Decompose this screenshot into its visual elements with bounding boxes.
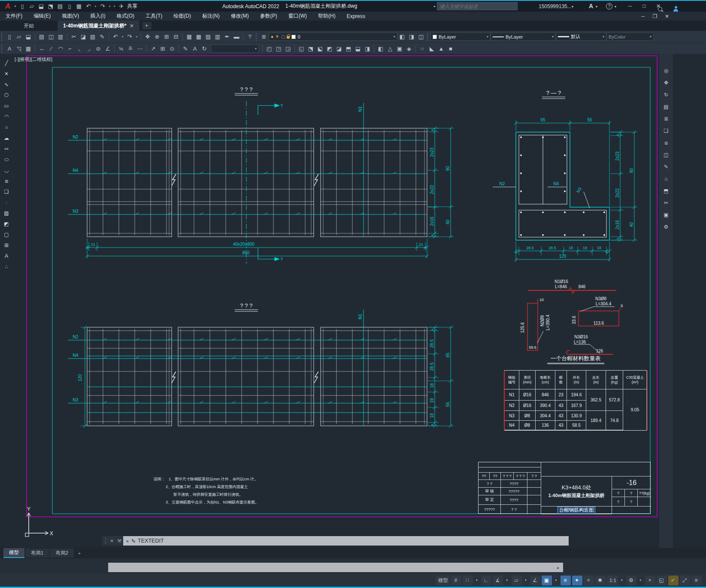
designcenter-icon[interactable]: ▩ xyxy=(194,32,203,41)
jogged-icon[interactable]: ◞ xyxy=(85,44,93,53)
tab-close-icon[interactable]: ✕ xyxy=(130,23,133,29)
separator[interactable] xyxy=(374,45,374,52)
command-line-input[interactable]: ▴ xyxy=(108,563,563,572)
layer-states-icon[interactable]: ◨ xyxy=(407,32,416,41)
rectangle-icon[interactable]: ▭ xyxy=(2,101,11,110)
diameter-icon[interactable]: ⊘ xyxy=(94,44,103,53)
dim-update-icon[interactable]: ↻ xyxy=(200,44,209,53)
ortho-mode-icon[interactable]: ∟ xyxy=(481,576,491,585)
minimize-button[interactable]: ─ xyxy=(624,1,636,11)
workspace-icon[interactable]: ⚙ xyxy=(626,576,636,585)
separator[interactable] xyxy=(182,33,183,41)
isometric-drafting-icon[interactable]: ▱ xyxy=(512,576,522,585)
snap-dropdown[interactable]: ▾ xyxy=(474,576,480,585)
print-icon[interactable]: ▦ xyxy=(75,2,83,11)
menu-item[interactable]: 编辑(E) xyxy=(28,12,56,20)
toolbar-grip[interactable] xyxy=(256,33,258,41)
snap-mode-icon[interactable]: ∷ xyxy=(463,576,473,585)
scale-dropdown[interactable]: ▾ xyxy=(619,576,625,585)
layer-dropdown-arrow[interactable]: ▾ xyxy=(394,35,395,39)
plot-icon[interactable]: ▤ xyxy=(37,32,46,41)
rotate-face-icon[interactable]: ◪ xyxy=(335,44,343,53)
polygon-icon[interactable]: ⬠ xyxy=(2,90,11,100)
color-face-icon[interactable]: ◨ xyxy=(363,44,372,53)
region-icon[interactable]: ▢ xyxy=(2,230,11,239)
model-paper-toggle[interactable]: 模型 xyxy=(436,576,450,585)
layer-walk-icon[interactable]: ≣ xyxy=(662,114,670,123)
app-menu-dropdown[interactable]: ▾ xyxy=(13,2,17,11)
clean-screen-icon[interactable]: ⤢ xyxy=(680,576,690,585)
isometric-dropdown[interactable]: ▾ xyxy=(523,576,529,585)
text-style-icon[interactable]: A xyxy=(5,44,14,53)
menu-item[interactable]: Express xyxy=(341,13,371,19)
open-file-icon[interactable]: ▱ xyxy=(27,2,36,11)
make-block-icon[interactable]: ❏ xyxy=(2,187,11,196)
layer-properties-icon[interactable]: ≣ xyxy=(260,32,268,41)
autodesk-a-icon[interactable]: A xyxy=(589,3,593,9)
linetype-control-dropdown[interactable]: ByLayer ▾ xyxy=(491,33,556,41)
menu-item[interactable]: 参数(P) xyxy=(255,12,283,20)
command-close-icon[interactable]: ✕ xyxy=(110,538,114,544)
new-file-icon[interactable]: ▯ xyxy=(18,2,27,11)
layer-control-dropdown[interactable]: ● ☀ ▢ 0 ▾ xyxy=(269,33,397,41)
doc-restore-button[interactable]: ❐ xyxy=(649,12,661,21)
box-icon[interactable]: ■ xyxy=(446,44,455,53)
save-file-icon[interactable]: ⬓ xyxy=(37,2,45,11)
check-solid-icon[interactable]: ◈ xyxy=(405,44,413,53)
search-input[interactable] xyxy=(437,2,518,10)
tolerance-icon[interactable]: ⊞ xyxy=(158,44,167,53)
separator[interactable] xyxy=(243,33,243,41)
separator[interactable] xyxy=(109,33,109,41)
tab-start[interactable]: 开始 xyxy=(0,21,58,31)
subtract-icon[interactable]: ◳ xyxy=(274,44,283,53)
group-icon[interactable]: ▣ xyxy=(662,210,670,219)
paste-tool-icon[interactable]: ⧈ xyxy=(662,138,670,147)
user-avatar-icon[interactable] xyxy=(673,6,679,12)
menu-item[interactable]: 窗口(W) xyxy=(283,12,312,20)
arc-length-icon[interactable]: ◠ xyxy=(56,44,65,53)
command-grip[interactable] xyxy=(105,538,107,544)
polar-dropdown[interactable]: ▾ xyxy=(504,576,510,585)
menu-item[interactable]: 格式(O) xyxy=(111,12,140,20)
toolbar-grip[interactable] xyxy=(1,45,3,52)
copy-icon[interactable]: ◪ xyxy=(79,32,88,41)
menu-item[interactable]: 绘图(D) xyxy=(168,12,197,20)
doc-minimize-button[interactable]: ─ xyxy=(637,12,649,21)
annotation-scale-icon[interactable]: ✱ xyxy=(595,576,606,585)
zoom-previous-icon[interactable]: ⊟ xyxy=(172,32,180,41)
open-icon[interactable]: ▱ xyxy=(15,32,23,41)
layer-viewport-icon[interactable]: ▢ xyxy=(281,34,285,39)
polyline-icon[interactable]: ∿ xyxy=(2,80,11,89)
dim-text-edit-icon[interactable]: A xyxy=(191,44,199,53)
arc-icon[interactable]: ◠ xyxy=(2,112,11,121)
tab-document[interactable]: 1-40m钢筋混凝土刚架拱桥* ✕ xyxy=(58,21,139,31)
layer-on-icon[interactable]: ● xyxy=(271,34,273,39)
toolbar-grip[interactable] xyxy=(1,33,3,41)
continue-dimension-icon[interactable]: ⋯ xyxy=(136,44,144,53)
plot-file-icon[interactable]: ▤ xyxy=(56,2,64,11)
separator[interactable] xyxy=(35,45,35,52)
autodesk-a-dropdown[interactable]: ▾ xyxy=(596,5,597,9)
point-icon[interactable]: · xyxy=(2,198,11,207)
layer-previous-icon[interactable]: ◧ xyxy=(398,32,406,41)
osnap-dropdown[interactable]: ▾ xyxy=(553,576,559,585)
layout-tab[interactable]: 布局2 xyxy=(50,549,73,558)
wedge-icon[interactable]: ◣ xyxy=(427,44,436,53)
plotstyle-control-dropdown[interactable]: ByColor ▾ xyxy=(606,33,654,41)
separator[interactable] xyxy=(146,45,147,52)
clean-solid-icon[interactable]: △ xyxy=(386,44,394,53)
linear-dimension-icon[interactable]: ↔ xyxy=(37,44,46,53)
point-style-icon[interactable]: ∴ xyxy=(2,262,11,271)
object-snap-icon[interactable]: ▣ xyxy=(542,576,552,585)
zoom-window-icon[interactable]: ⊞ xyxy=(162,32,171,41)
redo-qa-icon[interactable]: ↷ xyxy=(98,2,107,11)
markup-icon[interactable]: ✒ xyxy=(223,32,231,41)
dim-style-combo[interactable]: ▾ xyxy=(211,45,259,53)
ordinate-icon[interactable]: ⌐ xyxy=(66,44,74,53)
match-properties-icon[interactable]: ✎ xyxy=(98,32,106,41)
separator[interactable] xyxy=(114,45,115,52)
add-cleanup-icon[interactable]: + xyxy=(645,576,655,585)
table-icon[interactable]: ⊞ xyxy=(2,241,11,250)
drawing-title-cell[interactable]: 台帽钢筋构造图 xyxy=(541,507,612,514)
redo-icon[interactable]: ↷ xyxy=(125,32,134,41)
